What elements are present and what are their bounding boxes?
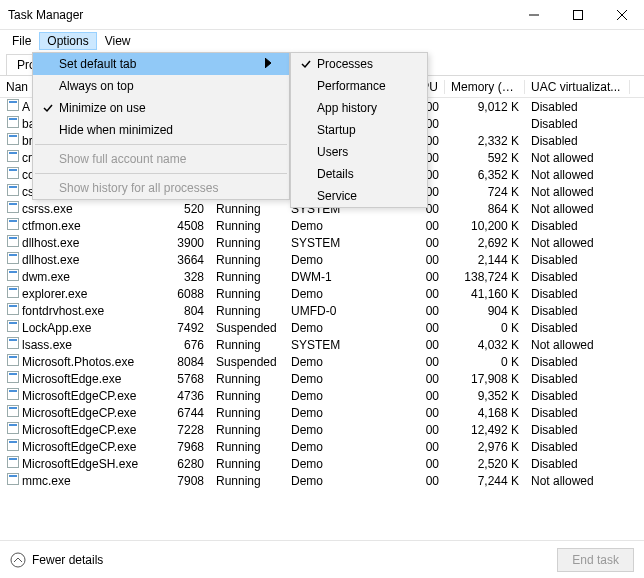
process-name: Microsoft.Photos.exe <box>22 355 134 369</box>
menu-item-label: Show history for all processes <box>59 181 259 195</box>
svg-rect-19 <box>9 220 17 222</box>
maximize-button[interactable] <box>556 0 600 30</box>
pid-value: 328 <box>155 270 210 284</box>
menu-item[interactable]: Minimize on use <box>33 97 289 119</box>
memory-value: 2,692 K <box>445 236 525 250</box>
uac-value: Disabled <box>525 321 630 335</box>
menu-options[interactable]: Options <box>39 32 96 50</box>
cpu-value: 00 <box>405 219 445 233</box>
status-value: Running <box>210 304 285 318</box>
submenu-item[interactable]: Users <box>291 141 427 163</box>
submenu-item[interactable]: Startup <box>291 119 427 141</box>
submenu-item-label: Details <box>317 167 409 181</box>
memory-value: 7,244 K <box>445 474 525 488</box>
table-row[interactable]: dllhost.exe3664RunningDemo002,144 KDisab… <box>0 251 644 268</box>
col-header-memory[interactable]: Memory (a... <box>445 80 525 94</box>
process-icon <box>6 473 20 485</box>
process-name: fontdrvhost.exe <box>22 304 104 318</box>
table-row[interactable]: mmc.exe7908RunningDemo007,244 KNot allow… <box>0 472 644 489</box>
table-row[interactable]: dllhost.exe3900RunningSYSTEM002,692 KNot… <box>0 234 644 251</box>
process-name: dllhost.exe <box>22 236 79 250</box>
fewer-details-toggle[interactable]: Fewer details <box>10 552 557 568</box>
table-row[interactable]: MicrosoftEdgeCP.exe7968RunningDemo002,97… <box>0 438 644 455</box>
memory-value: 2,520 K <box>445 457 525 471</box>
memory-value: 41,160 K <box>445 287 525 301</box>
submenu-arrow-icon <box>259 57 271 71</box>
memory-value: 4,032 K <box>445 338 525 352</box>
options-dropdown: Set default tabAlways on topMinimize on … <box>32 52 290 200</box>
close-button[interactable] <box>600 0 644 30</box>
process-name: lsass.exe <box>22 338 72 352</box>
table-row[interactable]: ctfmon.exe4508RunningDemo0010,200 KDisab… <box>0 217 644 234</box>
minimize-button[interactable] <box>512 0 556 30</box>
memory-value: 4,168 K <box>445 406 525 420</box>
svg-rect-29 <box>9 305 17 307</box>
svg-rect-49 <box>9 475 17 477</box>
svg-rect-9 <box>9 135 17 137</box>
table-row[interactable]: lsass.exe676RunningSYSTEM004,032 KNot al… <box>0 336 644 353</box>
svg-rect-21 <box>9 237 17 239</box>
menu-item[interactable]: Hide when minimized <box>33 119 289 141</box>
table-row[interactable]: MicrosoftEdgeCP.exe4736RunningDemo009,35… <box>0 387 644 404</box>
menu-view[interactable]: View <box>97 32 139 50</box>
end-task-button[interactable]: End task <box>557 548 634 572</box>
table-row[interactable]: Microsoft.Photos.exe8084SuspendedDemo000… <box>0 353 644 370</box>
process-name: MicrosoftEdgeSH.exe <box>22 457 138 471</box>
menu-item[interactable]: Always on top <box>33 75 289 97</box>
table-row[interactable]: MicrosoftEdgeSH.exe6280RunningDemo002,52… <box>0 455 644 472</box>
uac-value: Not allowed <box>525 338 630 352</box>
uac-value: Disabled <box>525 287 630 301</box>
uac-value: Disabled <box>525 423 630 437</box>
table-row[interactable]: fontdrvhost.exe804RunningUMFD-000904 KDi… <box>0 302 644 319</box>
cpu-value: 00 <box>405 406 445 420</box>
memory-value: 6,352 K <box>445 168 525 182</box>
uac-value: Not allowed <box>525 474 630 488</box>
process-name: MicrosoftEdgeCP.exe <box>22 406 137 420</box>
uac-value: Disabled <box>525 100 630 114</box>
table-row[interactable]: explorer.exe6088RunningDemo0041,160 KDis… <box>0 285 644 302</box>
menu-item[interactable]: Set default tab <box>33 53 289 75</box>
col-header-uac[interactable]: UAC virtualizat... <box>525 80 630 94</box>
table-row[interactable]: MicrosoftEdge.exe5768RunningDemo0017,908… <box>0 370 644 387</box>
svg-marker-50 <box>265 58 271 68</box>
submenu-item[interactable]: Details <box>291 163 427 185</box>
table-row[interactable]: MicrosoftEdgeCP.exe6744RunningDemo004,16… <box>0 404 644 421</box>
submenu-item[interactable]: Service <box>291 185 427 207</box>
menu-item-label: Set default tab <box>59 57 259 71</box>
check-icon <box>295 58 317 70</box>
memory-value: 904 K <box>445 304 525 318</box>
uac-value: Not allowed <box>525 202 630 216</box>
cpu-value: 00 <box>405 389 445 403</box>
process-name: dllhost.exe <box>22 253 79 267</box>
cpu-value: 00 <box>405 355 445 369</box>
table-row[interactable]: LockApp.exe7492SuspendedDemo000 KDisable… <box>0 319 644 336</box>
menu-file[interactable]: File <box>4 32 39 50</box>
submenu-item[interactable]: Processes <box>291 53 427 75</box>
cpu-value: 00 <box>405 304 445 318</box>
table-row[interactable]: dwm.exe328RunningDWM-100138,724 KDisable… <box>0 268 644 285</box>
status-value: Running <box>210 440 285 454</box>
user-value: Demo <box>285 423 405 437</box>
status-value: Running <box>210 287 285 301</box>
process-name: csrss.exe <box>22 202 73 216</box>
process-icon <box>6 320 20 332</box>
svg-rect-17 <box>9 203 17 205</box>
user-value: DWM-1 <box>285 270 405 284</box>
menu-item: Show full account name <box>33 148 289 170</box>
cpu-value: 00 <box>405 270 445 284</box>
status-value: Suspended <box>210 321 285 335</box>
process-icon <box>6 201 20 213</box>
menu-item-label: Hide when minimized <box>59 123 259 137</box>
pid-value: 7908 <box>155 474 210 488</box>
svg-rect-11 <box>9 152 17 154</box>
table-row[interactable]: MicrosoftEdgeCP.exe7228RunningDemo0012,4… <box>0 421 644 438</box>
submenu-item-label: Startup <box>317 123 409 137</box>
process-name: MicrosoftEdgeCP.exe <box>22 389 137 403</box>
uac-value: Disabled <box>525 406 630 420</box>
svg-rect-25 <box>9 271 17 273</box>
process-icon <box>6 405 20 417</box>
user-value: Demo <box>285 253 405 267</box>
submenu-item[interactable]: Performance <box>291 75 427 97</box>
submenu-item[interactable]: App history <box>291 97 427 119</box>
pid-value: 676 <box>155 338 210 352</box>
